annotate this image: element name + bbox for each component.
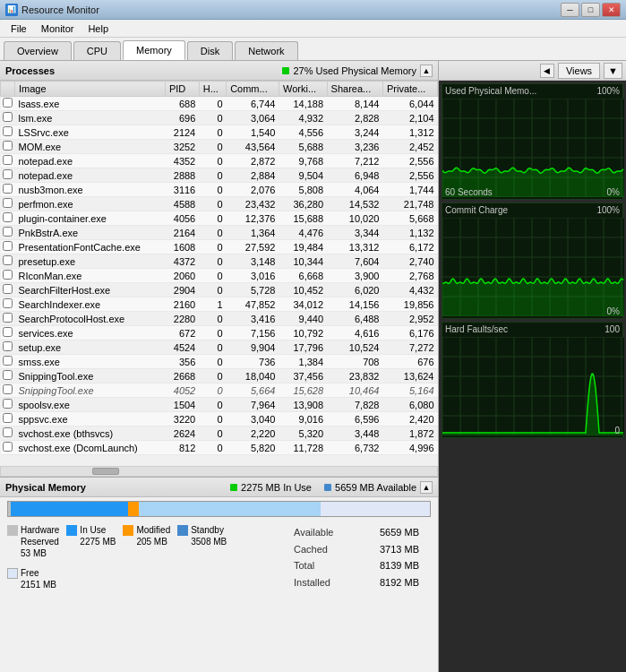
table-row[interactable]: svchost.exe (DcomLaunch)81205,82011,7286… bbox=[1, 441, 438, 455]
table-row[interactable]: presetup.exe437203,14810,3447,6042,740 bbox=[1, 254, 438, 269]
row-checkbox-cell[interactable] bbox=[1, 240, 15, 254]
table-row[interactable]: notepad.exe288802,8849,5046,9482,556 bbox=[1, 168, 438, 183]
row-checkbox[interactable] bbox=[3, 98, 13, 108]
tab-network[interactable]: Network bbox=[235, 41, 297, 60]
row-checkbox[interactable] bbox=[3, 169, 13, 179]
horizontal-scrollbar[interactable] bbox=[0, 466, 438, 477]
row-checkbox[interactable] bbox=[3, 284, 13, 294]
table-row[interactable]: SnippingTool.exe2668018,04037,45623,8321… bbox=[1, 369, 438, 383]
col-shareable[interactable]: Sharea... bbox=[327, 82, 382, 97]
table-row[interactable]: LSSrvc.exe212401,5404,5563,2441,312 bbox=[1, 125, 438, 140]
nav-back-button[interactable]: ◀ bbox=[540, 64, 554, 78]
row-checkbox-cell[interactable] bbox=[1, 326, 15, 340]
maximize-button[interactable]: □ bbox=[581, 3, 600, 17]
row-checkbox-cell[interactable] bbox=[1, 441, 15, 455]
row-checkbox-cell[interactable] bbox=[1, 97, 15, 111]
tab-cpu[interactable]: CPU bbox=[73, 41, 121, 60]
row-checkbox-cell[interactable] bbox=[1, 154, 15, 168]
row-checkbox-cell[interactable] bbox=[1, 283, 15, 297]
col-commit[interactable]: Comm... bbox=[227, 82, 279, 97]
row-checkbox-cell[interactable] bbox=[1, 197, 15, 211]
table-row[interactable]: SnippingTool.exe405205,66415,62810,4645,… bbox=[1, 383, 438, 398]
row-checkbox[interactable] bbox=[3, 313, 13, 323]
row-checkbox-cell[interactable] bbox=[1, 111, 15, 125]
col-image[interactable]: Image bbox=[15, 82, 166, 97]
row-checkbox[interactable] bbox=[3, 356, 13, 366]
row-checkbox[interactable] bbox=[3, 255, 13, 265]
table-row[interactable]: SearchIndexer.exe2160147,85234,01214,156… bbox=[1, 297, 438, 312]
table-row[interactable]: plugin-container.exe4056012,37615,68810,… bbox=[1, 211, 438, 226]
table-row[interactable]: svchost.exe (bthsvcs)262402,2205,3203,44… bbox=[1, 426, 438, 441]
row-checkbox[interactable] bbox=[3, 384, 13, 394]
row-checkbox[interactable] bbox=[3, 399, 13, 409]
row-checkbox-cell[interactable] bbox=[1, 183, 15, 197]
row-checkbox[interactable] bbox=[3, 413, 13, 423]
row-checkbox-cell[interactable] bbox=[1, 269, 15, 283]
row-checkbox[interactable] bbox=[3, 241, 13, 251]
col-pid[interactable]: PID bbox=[165, 82, 199, 97]
col-private[interactable]: Private... bbox=[382, 82, 437, 97]
row-checkbox-cell[interactable] bbox=[1, 297, 15, 312]
table-row[interactable]: notepad.exe435202,8729,7687,2122,556 bbox=[1, 154, 438, 168]
row-checkbox[interactable] bbox=[3, 370, 13, 380]
processes-collapse-button[interactable]: ▲ bbox=[420, 65, 433, 77]
row-checkbox[interactable] bbox=[3, 427, 13, 437]
row-checkbox[interactable] bbox=[3, 298, 13, 308]
table-row[interactable]: SearchProtocolHost.exe228003,4169,4406,4… bbox=[1, 312, 438, 326]
table-row[interactable]: perfmon.exe4588023,43236,28014,53221,748 bbox=[1, 197, 438, 211]
row-checkbox[interactable] bbox=[3, 270, 13, 280]
menu-monitor[interactable]: Monitor bbox=[34, 22, 81, 36]
row-checkbox-cell[interactable] bbox=[1, 426, 15, 441]
table-row[interactable]: setup.exe452409,90417,79610,5247,272 bbox=[1, 340, 438, 355]
row-checkbox[interactable] bbox=[3, 442, 13, 452]
scrollbar-thumb[interactable] bbox=[92, 468, 119, 475]
views-button[interactable]: Views bbox=[558, 63, 600, 79]
col-handles[interactable]: H... bbox=[199, 82, 226, 97]
row-checkbox-cell[interactable] bbox=[1, 412, 15, 426]
row-checkbox[interactable] bbox=[3, 212, 13, 222]
table-row[interactable]: RIconMan.exe206003,0166,6683,9002,768 bbox=[1, 269, 438, 283]
row-checkbox[interactable] bbox=[3, 112, 13, 122]
table-row[interactable]: PnkBstrA.exe216401,3644,4763,3441,132 bbox=[1, 226, 438, 240]
row-checkbox-cell[interactable] bbox=[1, 125, 15, 140]
menu-file[interactable]: File bbox=[4, 22, 34, 36]
table-row[interactable]: nusb3mon.exe311602,0765,8084,0641,744 bbox=[1, 183, 438, 197]
table-row[interactable]: services.exe67207,15610,7924,6166,176 bbox=[1, 326, 438, 340]
row-checkbox-cell[interactable] bbox=[1, 340, 15, 355]
minimize-button[interactable]: ─ bbox=[561, 3, 579, 17]
row-checkbox-cell[interactable] bbox=[1, 383, 15, 398]
row-checkbox-cell[interactable] bbox=[1, 211, 15, 226]
memory-collapse-button[interactable]: ▲ bbox=[420, 481, 433, 494]
row-checkbox-cell[interactable] bbox=[1, 254, 15, 269]
row-checkbox[interactable] bbox=[3, 341, 13, 351]
row-checkbox-cell[interactable] bbox=[1, 140, 15, 154]
table-row[interactable]: sppsvc.exe322003,0409,0166,5962,420 bbox=[1, 412, 438, 426]
row-checkbox-cell[interactable] bbox=[1, 355, 15, 369]
row-checkbox-cell[interactable] bbox=[1, 398, 15, 412]
table-row[interactable]: lsm.exe69603,0644,9322,8282,104 bbox=[1, 111, 438, 125]
tab-disk[interactable]: Disk bbox=[187, 41, 233, 60]
row-checkbox-cell[interactable] bbox=[1, 226, 15, 240]
row-checkbox-cell[interactable] bbox=[1, 168, 15, 183]
menu-help[interactable]: Help bbox=[81, 22, 116, 36]
row-checkbox[interactable] bbox=[3, 141, 13, 151]
row-checkbox[interactable] bbox=[3, 327, 13, 337]
row-checkbox[interactable] bbox=[3, 155, 13, 165]
table-row[interactable]: MOM.exe3252043,5645,6883,2362,452 bbox=[1, 140, 438, 154]
tab-overview[interactable]: Overview bbox=[4, 41, 72, 60]
views-dropdown[interactable]: ▼ bbox=[604, 63, 622, 79]
close-button[interactable]: ✕ bbox=[602, 3, 621, 17]
table-row[interactable]: PresentationFontCache.exe1608027,59219,4… bbox=[1, 240, 438, 254]
table-row[interactable]: spoolsv.exe150407,96413,9087,8286,080 bbox=[1, 398, 438, 412]
table-row[interactable]: SearchFilterHost.exe290405,72810,4526,02… bbox=[1, 283, 438, 297]
table-row[interactable]: lsass.exe68806,74414,1888,1446,044 bbox=[1, 97, 438, 111]
processes-table-container[interactable]: Image PID H... Comm... Worki... Sharea..… bbox=[0, 81, 438, 466]
col-working[interactable]: Worki... bbox=[279, 82, 327, 97]
row-checkbox-cell[interactable] bbox=[1, 369, 15, 383]
row-checkbox-cell[interactable] bbox=[1, 312, 15, 326]
row-checkbox[interactable] bbox=[3, 184, 13, 194]
tab-memory[interactable]: Memory bbox=[123, 40, 185, 60]
row-checkbox[interactable] bbox=[3, 227, 13, 237]
row-checkbox[interactable] bbox=[3, 126, 13, 136]
row-checkbox[interactable] bbox=[3, 198, 13, 208]
